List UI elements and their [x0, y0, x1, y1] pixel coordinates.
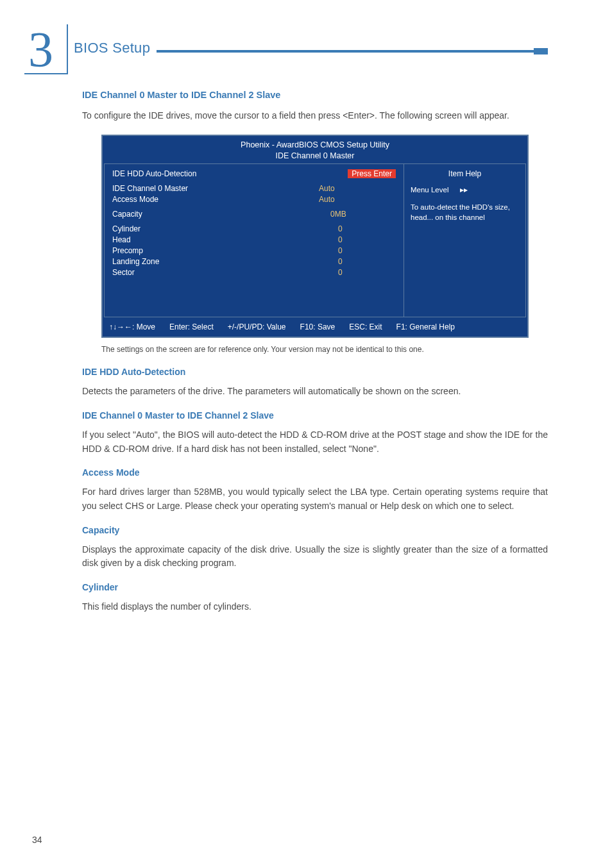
- heading-capacity: Capacity: [82, 525, 548, 535]
- bios-label: IDE Channel 0 Master: [112, 184, 319, 193]
- chapter-tab: 3: [24, 24, 68, 74]
- header-rule-tip: [534, 48, 548, 54]
- bios-value: 0: [319, 235, 396, 244]
- bios-row-head: Head 0: [112, 235, 396, 244]
- paragraph-access-mode: For hard drives larger than 528MB, you w…: [82, 485, 548, 513]
- bios-title-line2: IDE Channel 0 Master: [276, 151, 355, 160]
- bios-label: Capacity: [112, 210, 319, 219]
- bios-hint-help: F1: General Help: [396, 322, 455, 331]
- triangle-right-icon: ▸▸: [460, 186, 468, 194]
- bios-hint-select: Enter: Select: [169, 322, 214, 331]
- paragraph-ch0-slave: If you select "Auto", the BIOS will auto…: [82, 428, 548, 456]
- bios-menu-level: Menu Level: [411, 186, 448, 194]
- bios-label: Landing Zone: [112, 257, 319, 266]
- intro-paragraph: To configure the IDE drives, move the cu…: [82, 109, 548, 123]
- screenshot-caption: The settings on the screen are for refer…: [101, 344, 529, 355]
- bios-label: Sector: [112, 268, 319, 277]
- page-header: BIOS Setup: [74, 40, 548, 56]
- bios-row-sector: Sector 0: [112, 268, 396, 277]
- bios-row-capacity: Capacity 0MB: [112, 210, 396, 219]
- heading-cylinder: Cylinder: [82, 582, 548, 592]
- bios-inner: IDE HDD Auto-Detection Press Enter IDE C…: [104, 163, 526, 317]
- bios-row-precomp: Precomp 0: [112, 246, 396, 255]
- bios-label: Head: [112, 235, 319, 244]
- bios-value: 0: [319, 246, 396, 255]
- page-number: 34: [32, 835, 42, 845]
- bios-row-auto-detect: IDE HDD Auto-Detection Press Enter: [112, 169, 396, 178]
- heading-auto-detection: IDE HDD Auto-Detection: [82, 367, 548, 377]
- bios-value: 0: [319, 224, 396, 233]
- bios-title: Phoenix - AwardBIOS CMOS Setup Utility I…: [103, 136, 527, 163]
- bios-left-panel: IDE HDD Auto-Detection Press Enter IDE C…: [105, 164, 404, 317]
- section-title: IDE Channel 0 Master to IDE Channel 2 Sl…: [82, 90, 548, 100]
- page: 3 BIOS Setup IDE Channel 0 Master to IDE…: [0, 0, 612, 868]
- header-rule: [157, 50, 534, 53]
- bios-help-title: Item Help: [411, 169, 519, 178]
- bios-value-highlight: Press Enter: [348, 169, 396, 178]
- bios-screenshot: Phoenix - AwardBIOS CMOS Setup Utility I…: [101, 135, 529, 338]
- paragraph-capacity: Displays the approximate capacity of the…: [82, 543, 548, 571]
- chapter-number: 3: [24, 24, 67, 74]
- bios-hint-exit: ESC: Exit: [349, 322, 382, 331]
- bios-hint-value: +/-/PU/PD: Value: [228, 322, 286, 331]
- paragraph-cylinder: This field displays the number of cylind…: [82, 600, 548, 614]
- bios-row-ch0: IDE Channel 0 Master Auto: [112, 184, 396, 193]
- bios-value: Auto: [319, 184, 396, 193]
- bios-label: IDE HDD Auto-Detection: [112, 169, 348, 178]
- header-title: BIOS Setup: [74, 40, 157, 56]
- paragraph-auto-detection: Detects the parameters of the drive. The…: [82, 385, 548, 399]
- heading-access-mode: Access Mode: [82, 467, 548, 478]
- bios-value: 0: [319, 257, 396, 266]
- bios-row-landing: Landing Zone 0: [112, 257, 396, 266]
- bios-label: Access Mode: [112, 195, 319, 204]
- bios-footer: ↑↓→←: Move Enter: Select +/-/PU/PD: Valu…: [103, 319, 527, 337]
- bios-row-cylinder: Cylinder 0: [112, 224, 396, 233]
- bios-label: Precomp: [112, 246, 319, 255]
- bios-value: 0MB: [319, 210, 396, 219]
- bios-label: Cylinder: [112, 224, 319, 233]
- content-area: IDE Channel 0 Master to IDE Channel 2 Sl…: [82, 90, 548, 618]
- bios-title-line1: Phoenix - AwardBIOS CMOS Setup Utility: [241, 140, 389, 149]
- bios-hint-save: F10: Save: [300, 322, 336, 331]
- bios-value: 0: [319, 268, 396, 277]
- bios-help-panel: Item Help Menu Level ▸▸ To auto-detect t…: [404, 164, 525, 317]
- heading-ch0-slave: IDE Channel 0 Master to IDE Channel 2 Sl…: [82, 410, 548, 421]
- bios-hint-move: ↑↓→←: Move: [109, 322, 155, 331]
- bios-help-text: To auto-detect the HDD's size, head... o…: [411, 203, 510, 221]
- bios-help-body: Menu Level ▸▸ To auto-detect the HDD's s…: [411, 185, 519, 222]
- bios-value: Auto: [319, 195, 396, 204]
- bios-row-access: Access Mode Auto: [112, 195, 396, 204]
